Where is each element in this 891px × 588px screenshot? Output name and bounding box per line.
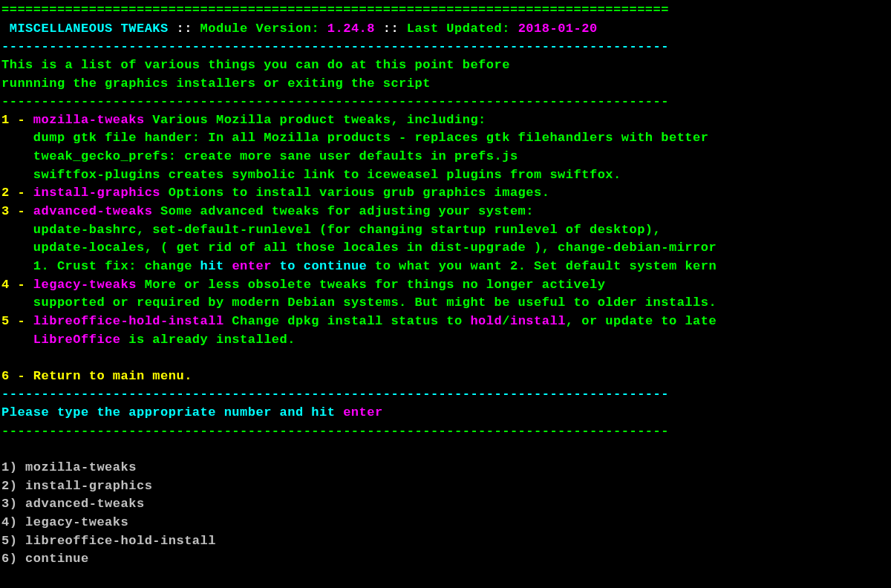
terminal-output: ========================================… [1,1,890,569]
opt-desc: Change dpkg install status to [224,314,471,328]
continue-word: to continue [272,259,367,273]
install-word: install [510,314,566,328]
enter-word: enter [232,259,272,273]
opt-sub: update-locales, ( get rid of all those l… [1,241,717,255]
opt-sub: 1. Crust fix: change [1,259,200,273]
opt-return: 6 - Return to main menu. [1,369,192,383]
opt-sub: dump gtk file hander: In all Mozilla pro… [1,131,708,145]
opt-sub: update-bashrc, set-default-runlevel (for… [1,223,661,237]
menu-item[interactable]: 5) libreoffice-hold-install [1,534,216,548]
libreoffice-word: LibreOffice [33,333,121,347]
menu-item[interactable]: 2) install-graphics [1,479,152,493]
opt-sub-rest: to what you want 2. Set default system k… [367,259,717,273]
divider: ----------------------------------------… [1,94,669,108]
divider: ----------------------------------------… [1,387,669,401]
sep: :: [375,22,407,36]
opt-sub: supported or required by modern Debian s… [1,295,717,310]
intro-text: This is a list of various things you can… [1,58,510,72]
opt-num: 1 - [1,113,33,127]
opt-name: mozilla-tweaks [33,113,145,127]
updated-label: Last Updated: [407,22,510,36]
hold-word: hold [470,314,502,328]
opt-desc: Some advanced tweaks for adjusting your … [152,204,534,218]
opt-desc: More or less obsolete tweaks for things … [137,278,605,292]
menu-item[interactable]: 3) advanced-tweaks [1,497,145,511]
opt-desc-rest: , or update to late [566,314,717,328]
enter-word: enter [343,405,383,419]
opt-num: 3 - [1,204,33,218]
opt-sub-rest: is already installed. [121,333,296,347]
opt-name: legacy-tweaks [33,278,137,292]
opt-name: advanced-tweaks [33,204,153,218]
divider: ----------------------------------------… [1,424,669,438]
opt-name: install-graphics [33,186,160,200]
sep: :: [169,22,200,36]
slash: / [502,314,510,328]
opt-sub: swiftfox-plugins creates symbolic link t… [1,168,621,182]
opt-sub-pad [1,333,33,347]
menu-item[interactable]: 4) legacy-tweaks [1,515,128,529]
opt-sub: tweak_gecko_prefs: create more sane user… [1,149,518,163]
updated-value: 2018-01-20 [510,22,598,36]
menu-item[interactable]: 1) mozilla-tweaks [1,460,137,474]
opt-name: libreoffice-hold-install [33,314,224,328]
menu-item[interactable]: 6) continue [1,552,89,566]
divider: ----------------------------------------… [1,39,669,53]
hit-word: hit [200,259,232,273]
opt-num: 2 - [1,186,33,200]
opt-num: 5 - [1,314,33,328]
version-value: 1.24.8 [319,22,375,36]
opt-desc: Options to install various grub graphics… [160,186,549,200]
header-title: MISCELLANEOUS TWEAKS [10,22,169,36]
opt-num: 4 - [1,278,33,292]
opt-desc: Various Mozilla product tweaks, includin… [145,113,486,127]
version-label: Module Version: [200,22,320,36]
intro-text: runnning the graphics installers or exit… [1,76,431,91]
header-rule: ========================================… [1,3,669,17]
prompt-text: Please type the appropriate number and h… [1,405,343,419]
